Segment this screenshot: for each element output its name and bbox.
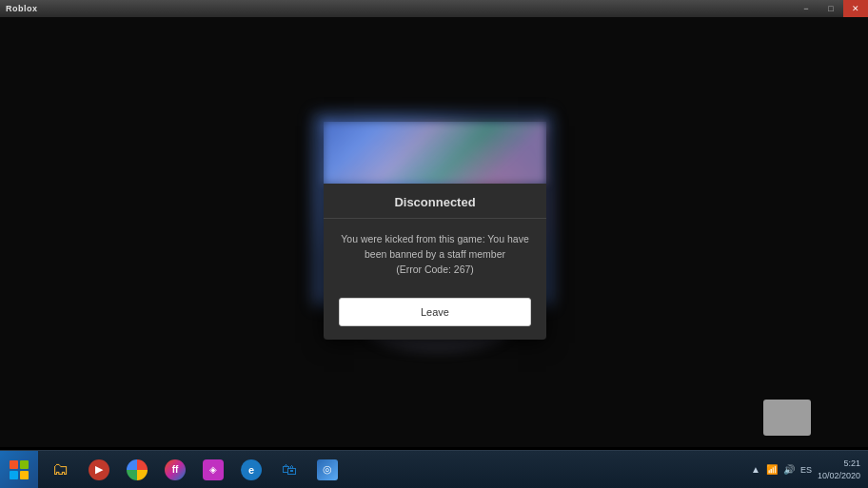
- system-tray: ▲ 📶 🔊 ES 5:21 10/02/2020: [743, 451, 868, 489]
- time-display: 5:21: [818, 458, 860, 470]
- minimize-button[interactable]: −: [794, 0, 819, 17]
- leave-button[interactable]: Leave: [339, 298, 531, 326]
- clock: 5:21 10/02/2020: [818, 458, 860, 481]
- disconnect-modal: Disconnected You were kicked from this g…: [324, 122, 546, 340]
- windows-logo-icon: [10, 460, 29, 479]
- modal-body: You were kicked from this game: You have…: [324, 219, 546, 290]
- taskbar-apps: 🗂 ▶ ff ◈ e 🛍 ◎: [38, 453, 743, 487]
- taskbar-app-firefox[interactable]: ff: [158, 453, 192, 487]
- taskbar-app-media[interactable]: ▶: [82, 453, 116, 487]
- app2-icon: ◈: [203, 459, 224, 480]
- modal-message: You were kicked from this game: You have…: [339, 232, 531, 277]
- store-icon: 🛍: [279, 459, 300, 480]
- close-button[interactable]: ✕: [843, 0, 868, 17]
- taskbar: 🗂 ▶ ff ◈ e 🛍 ◎ ▲ 📶 🔊 ES: [0, 450, 868, 488]
- tooltip-box: [763, 400, 811, 436]
- taskbar-app-ie[interactable]: e: [234, 453, 268, 487]
- ie-icon: e: [241, 459, 262, 480]
- window-controls: − □ ✕: [794, 0, 868, 17]
- app-title: Roblox: [6, 4, 38, 13]
- taskbar-app-explorer[interactable]: ◎: [310, 453, 345, 487]
- folder-icon: 🗂: [50, 459, 71, 480]
- volume-icon: 🔊: [783, 464, 795, 475]
- modal-header: Disconnected: [324, 184, 546, 219]
- taskbar-app-chrome[interactable]: [120, 453, 154, 487]
- date-display: 10/02/2020: [818, 470, 860, 482]
- title-bar: Roblox − □ ✕: [0, 0, 868, 17]
- taskbar-app-app2[interactable]: ◈: [196, 453, 230, 487]
- explorer-icon: ◎: [317, 459, 338, 480]
- maximize-button[interactable]: □: [819, 0, 843, 17]
- modal-title: Disconnected: [394, 195, 475, 209]
- network-icon: 📶: [766, 464, 778, 475]
- firefox-icon: ff: [165, 459, 186, 480]
- taskbar-app-folder[interactable]: 🗂: [44, 453, 78, 487]
- taskbar-app-store[interactable]: 🛍: [272, 453, 306, 487]
- media-icon: ▶: [89, 459, 109, 480]
- language-label: ES: [800, 465, 812, 475]
- modal-footer: Leave: [324, 290, 546, 340]
- chevron-tray-icon[interactable]: ▲: [751, 464, 760, 475]
- chrome-icon: [127, 459, 148, 480]
- start-button[interactable]: [0, 451, 38, 489]
